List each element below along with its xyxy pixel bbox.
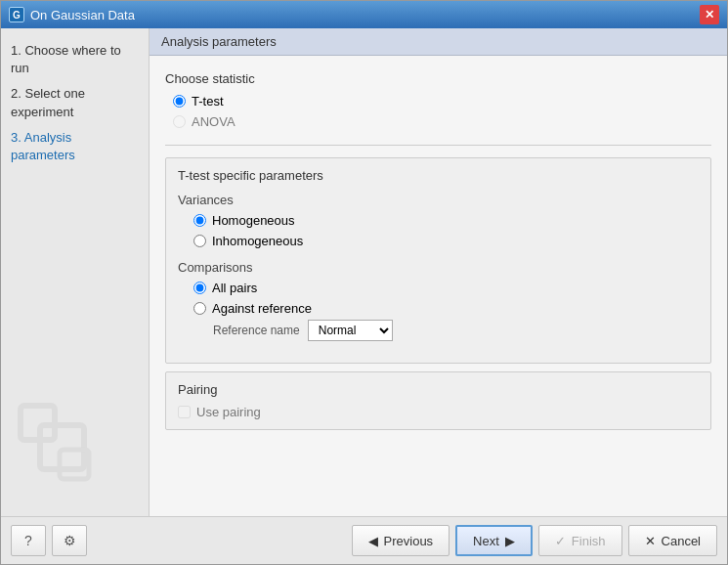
homogeneous-radio[interactable] [193, 214, 206, 227]
all-pairs-option[interactable]: All pairs [193, 281, 699, 295]
all-pairs-label: All pairs [212, 281, 257, 295]
prev-arrow-icon: ◀ [368, 534, 378, 548]
inhomogeneous-option[interactable]: Inhomogeneous [193, 234, 699, 248]
bottom-left-buttons: ? ⚙ [11, 525, 87, 556]
ttest-params-box: T-test specific parameters Variances Hom… [165, 157, 711, 364]
next-button[interactable]: Next ▶ [455, 525, 533, 556]
ttest-option[interactable]: T-test [173, 94, 711, 109]
use-pairing-option: Use pairing [178, 405, 699, 419]
sidebar-item-analysis-params[interactable]: 3. Analysis parameters [1, 125, 149, 168]
sidebar-item-choose-where[interactable]: 1. Choose where to run [1, 38, 149, 81]
title-bar: G On Gaussian Data ✕ [1, 1, 727, 28]
pairing-title: Pairing [178, 382, 699, 397]
content-area: Analysis parameters Choose statistic T-t… [150, 28, 727, 516]
ttest-label: T-test [192, 94, 224, 109]
x-icon: ✕ [645, 534, 656, 548]
against-reference-label: Against reference [212, 301, 312, 316]
window-title: On Gaussian Data [30, 8, 135, 22]
use-pairing-label: Use pairing [196, 405, 261, 419]
cancel-label: Cancel [662, 534, 701, 548]
title-bar-left: G On Gaussian Data [9, 7, 135, 22]
use-pairing-checkbox [178, 406, 191, 418]
finish-button[interactable]: ✓ Finish [538, 525, 622, 556]
check-icon: ✓ [555, 534, 566, 548]
all-pairs-radio[interactable] [193, 282, 206, 294]
next-label: Next [473, 534, 499, 548]
anova-radio [173, 115, 186, 128]
sidebar-watermark [11, 396, 108, 497]
variances-radio-group: Homogeneous Inhomogeneous [193, 213, 699, 248]
statistic-radio-group: T-test ANOVA [173, 94, 711, 129]
homogeneous-label: Homogeneous [212, 213, 295, 228]
comparisons-label: Comparisons [178, 260, 699, 275]
previous-label: Previous [384, 534, 434, 548]
next-arrow-icon: ▶ [505, 534, 515, 548]
reference-row: Reference name Normal Control Other [213, 320, 699, 341]
anova-option: ANOVA [173, 114, 711, 129]
app-icon: G [9, 7, 24, 22]
choose-statistic-section: Choose statistic T-test ANOVA [165, 71, 711, 129]
comparisons-subsection: Comparisons All pairs Against reference [178, 260, 699, 341]
help-button[interactable]: ? [11, 525, 46, 556]
cancel-button[interactable]: ✕ Cancel [628, 525, 717, 556]
bottom-right-buttons: ◀ Previous Next ▶ ✓ Finish ✕ Cancel [352, 525, 717, 556]
content-body: Choose statistic T-test ANOVA [150, 56, 727, 516]
sidebar-item-select-experiment[interactable]: 2. Select one experiment [1, 81, 149, 124]
anova-label: ANOVA [192, 114, 236, 129]
inhomogeneous-radio[interactable] [193, 235, 206, 247]
choose-statistic-label: Choose statistic [165, 71, 711, 86]
ttest-params-title: T-test specific parameters [178, 168, 699, 183]
pairing-section: Pairing Use pairing [165, 371, 711, 430]
ttest-radio[interactable] [173, 95, 186, 108]
against-reference-radio[interactable] [193, 302, 206, 315]
close-button[interactable]: ✕ [700, 5, 719, 24]
against-reference-option[interactable]: Against reference [193, 301, 699, 316]
bottom-bar: ? ⚙ ◀ Previous Next ▶ ✓ Finish ✕ Cancel [1, 516, 727, 564]
previous-button[interactable]: ◀ Previous [352, 525, 450, 556]
sidebar: 1. Choose where to run 2. Select one exp… [1, 28, 150, 516]
settings-button[interactable]: ⚙ [52, 525, 87, 556]
finish-label: Finish [572, 534, 606, 548]
main-window: G On Gaussian Data ✕ 1. Choose where to … [0, 0, 728, 565]
reference-name-label: Reference name [213, 324, 300, 337]
inhomogeneous-label: Inhomogeneous [212, 234, 303, 248]
variances-label: Variances [178, 193, 699, 207]
divider-1 [165, 145, 711, 146]
main-content: 1. Choose where to run 2. Select one exp… [1, 28, 727, 516]
content-header: Analysis parameters [150, 28, 727, 56]
homogeneous-option[interactable]: Homogeneous [193, 213, 699, 228]
variances-subsection: Variances Homogeneous Inhomogeneous [178, 193, 699, 248]
reference-name-select[interactable]: Normal Control Other [308, 320, 393, 341]
comparisons-radio-group: All pairs Against reference [193, 281, 699, 316]
